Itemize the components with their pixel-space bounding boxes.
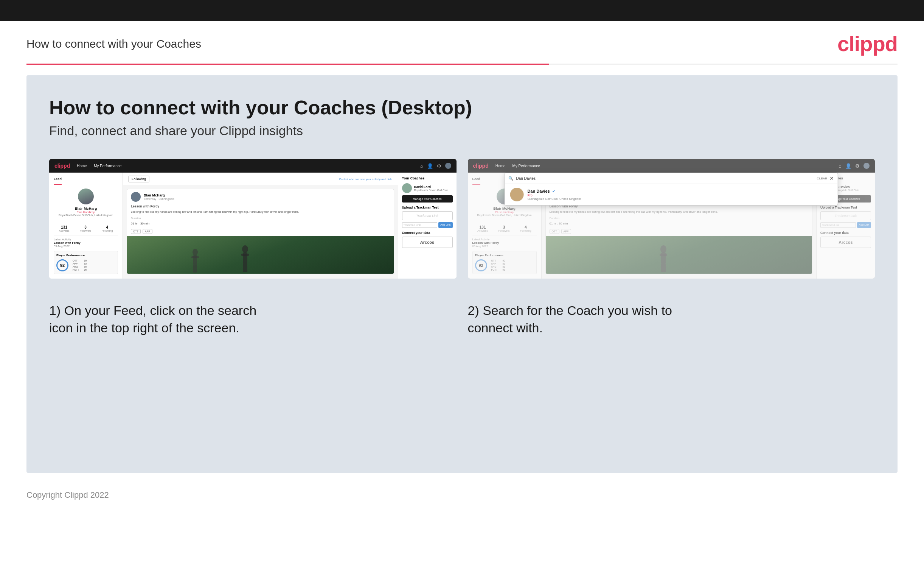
- mock-app-1: clippd Home My Performance ⌕ 👤 ⚙ Feed: [49, 159, 456, 279]
- upload-title: Upload a Trackman Test: [402, 206, 453, 209]
- tag-app[interactable]: APP: [142, 229, 152, 234]
- feed-label: Feed: [54, 177, 61, 185]
- screenshot-2: clippd Home My Performance ⌕ 👤 ⚙ Feed: [468, 159, 875, 279]
- step-1-number: 1): [49, 303, 60, 318]
- post-card: Blair McHarg Yesterday · Sunningdale Les…: [127, 189, 394, 274]
- stat-activities: 131 Activities: [59, 225, 70, 232]
- svg-rect-13: [661, 264, 663, 272]
- verified-icon: ✔: [552, 190, 555, 193]
- svg-point-10: [660, 245, 667, 253]
- trackman-box: Trackman Link: [402, 211, 453, 220]
- header-divider: [26, 63, 898, 65]
- search-query[interactable]: Dan Davies: [516, 176, 814, 180]
- player-performance: Player Performance 92 OTT 90: [54, 251, 118, 274]
- profile-avatar: [78, 188, 94, 205]
- main-title: How to connect with your Coaches (Deskto…: [49, 96, 875, 119]
- stats-row: 131 Activities 3 Followers 4 Following: [54, 222, 118, 235]
- nav-my-performance-2[interactable]: My Performance: [512, 164, 540, 168]
- svg-rect-8: [193, 265, 195, 273]
- right-panel-1: Your Coaches David Ford Royal North Devo…: [398, 173, 456, 279]
- result-role: Pro: [527, 193, 581, 197]
- user-icon-2[interactable]: 👤: [845, 163, 851, 169]
- nav-my-performance-1[interactable]: My Performance: [94, 164, 121, 168]
- nav-home-1[interactable]: Home: [77, 164, 87, 168]
- post-duration: 01 hr : 30 min: [127, 221, 394, 227]
- result-info: Dan Davies ✔ Pro Sunningdale Golf Club, …: [527, 189, 581, 201]
- svg-point-0: [242, 245, 248, 253]
- control-link[interactable]: Control who can see your activity and da…: [339, 177, 392, 181]
- step-1-description: On your Feed, click on the searchicon in…: [49, 303, 256, 335]
- metrics: OTT 90 APP 85: [73, 259, 90, 271]
- post-tags: OTT APP: [127, 227, 394, 236]
- svg-rect-3: [243, 264, 245, 272]
- search-overlay: 🔍 Dan Davies CLEAR ✕ Dan Davies ✔: [504, 173, 838, 206]
- mock-app-2: clippd Home My Performance ⌕ 👤 ⚙ Feed: [468, 159, 875, 279]
- user-icon[interactable]: 👤: [427, 163, 433, 169]
- following-bar: Following Control who can see your activ…: [123, 173, 398, 186]
- result-name: Dan Davies ✔: [527, 189, 581, 193]
- post-image: [127, 236, 394, 274]
- app-navbar-2: clippd Home My Performance ⌕ 👤 ⚙: [468, 159, 875, 173]
- logo: clippd: [837, 31, 898, 56]
- copyright: Copyright Clippd 2022: [26, 490, 109, 500]
- step-2-description: Search for the Coach you wish toconnect …: [468, 303, 673, 335]
- search-icon[interactable]: ⌕: [420, 163, 423, 169]
- search-icon-overlay: 🔍: [508, 176, 514, 181]
- app-logo-1: clippd: [55, 163, 70, 169]
- svg-rect-14: [663, 264, 666, 272]
- avatar-icon-2[interactable]: [864, 163, 869, 169]
- search-result-item[interactable]: Dan Davies ✔ Pro Sunningdale Golf Club, …: [505, 184, 838, 205]
- following-button[interactable]: Following: [128, 175, 149, 182]
- nav-home-2[interactable]: Home: [495, 164, 506, 168]
- page-title: How to connect with your Coaches: [26, 37, 201, 50]
- app-logo-2: clippd: [473, 163, 489, 169]
- navbar-icons: ⌕ 👤 ⚙: [420, 163, 451, 169]
- svg-rect-2: [241, 253, 249, 256]
- navbar-icons-2: ⌕ 👤 ⚙: [838, 163, 869, 169]
- settings-icon-2[interactable]: ⚙: [855, 163, 860, 169]
- post-avatar: [131, 192, 141, 202]
- stat-followers: 3 Followers: [80, 225, 91, 232]
- settings-icon[interactable]: ⚙: [437, 163, 442, 169]
- search-clear-btn[interactable]: CLEAR: [817, 177, 828, 180]
- step-1-text: 1) On your Feed, click on the searchicon…: [49, 297, 456, 337]
- search-bar-row: 🔍 Dan Davies CLEAR ✕: [505, 173, 838, 184]
- app-navbar-1: clippd Home My Performance ⌕ 👤 ⚙: [49, 159, 456, 173]
- search-close-btn[interactable]: ✕: [829, 175, 834, 181]
- result-club: Sunningdale Golf Club, United Kingdom: [527, 197, 581, 201]
- left-panel-1: Feed Blair McHarg Plus Handicap Royal No…: [49, 173, 123, 279]
- result-avatar: [510, 188, 523, 201]
- top-bar: [0, 0, 924, 21]
- coach-name: David Ford: [414, 185, 448, 189]
- post-body: Lesson with Fordy Looking to feel like m…: [127, 205, 394, 216]
- trackman-input-placeholder: Trackman Link: [404, 224, 421, 226]
- coach-club: Royal North Devon Golf Club: [414, 189, 448, 192]
- connect-title: Connect your data: [402, 231, 453, 235]
- arccos-box: Arccos: [402, 237, 453, 248]
- step-2-number: 2): [468, 303, 479, 318]
- header: How to connect with your Coaches clippd: [0, 21, 924, 63]
- golfer-silhouette-2: [186, 247, 205, 274]
- steps-row: 1) On your Feed, click on the searchicon…: [49, 297, 875, 337]
- post-name: Blair McHarg: [144, 193, 174, 197]
- stat-following: 4 Following: [102, 225, 113, 232]
- avatar-icon[interactable]: [445, 163, 451, 169]
- golfer-silhouette: [234, 244, 256, 274]
- tag-off[interactable]: OTT: [131, 229, 141, 234]
- main-content: How to connect with your Coaches (Deskto…: [26, 75, 898, 473]
- upload-input-row: Trackman Link Add Link: [402, 222, 453, 228]
- app-content-1: Feed Blair McHarg Plus Handicap Royal No…: [49, 173, 456, 279]
- middle-panel-1: Following Control who can see your activ…: [123, 173, 398, 279]
- svg-rect-12: [660, 253, 667, 256]
- post-duration-label: Duration: [127, 216, 394, 221]
- search-icon-2[interactable]: ⌕: [838, 163, 841, 169]
- coach-item: David Ford Royal North Devon Golf Club: [402, 183, 453, 193]
- trackman-placeholder: Trackman Link: [416, 214, 438, 218]
- profile-handicap: Plus Handicap: [54, 211, 118, 214]
- manage-coaches-btn[interactable]: Manage Your Coaches: [402, 195, 453, 203]
- profile-section: Blair McHarg Plus Handicap Royal North D…: [54, 185, 118, 219]
- svg-rect-4: [245, 264, 248, 272]
- post-meta: Yesterday · Sunningdale: [144, 197, 174, 201]
- trackman-input[interactable]: Trackman Link: [402, 222, 438, 228]
- add-link-btn[interactable]: Add Link: [439, 222, 452, 228]
